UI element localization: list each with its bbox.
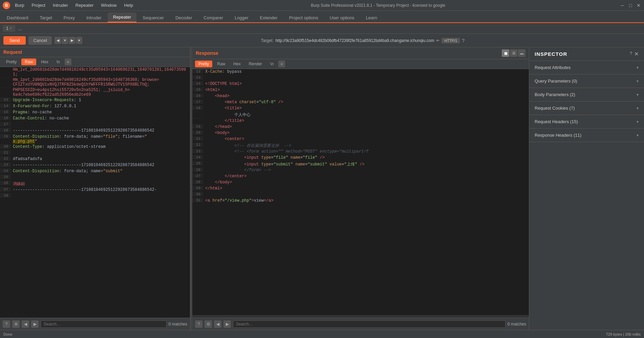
response-code-area[interactable]: 12 X-Cache: bypass 13 14 <!DOCTYPE html>… <box>192 69 529 315</box>
inspector-icons: ? ✕ <box>630 51 639 57</box>
close-button[interactable]: ✕ <box>636 3 641 8</box>
send-button[interactable]: Send <box>3 36 26 45</box>
tab-comparer[interactable]: Comparer <box>198 13 229 22</box>
response-help-button[interactable]: ? <box>195 320 202 328</box>
line-number: 17 <box>0 122 11 126</box>
inspector-section-header-request-cookies[interactable]: Request Cookies (7) ▾ <box>529 102 644 115</box>
inspector-section-header-response-headers[interactable]: Response Headers (11) ▾ <box>529 129 644 142</box>
request-tab-menu-icon[interactable]: ≡ <box>65 59 71 65</box>
line-number <box>192 112 203 112</box>
tab-learn[interactable]: Learn <box>361 13 383 22</box>
tab-close-icon[interactable]: × <box>10 26 12 30</box>
request-search-next-button[interactable]: ▶ <box>31 320 39 328</box>
line-number <box>0 67 11 67</box>
tab-proxy[interactable]: Proxy <box>58 13 80 22</box>
help-icon[interactable]: ? <box>462 38 465 43</box>
request-code-area[interactable]: Hm_lvt_2d0601bd28de7d49818249ct35d95943=… <box>0 67 190 318</box>
tab-repeater[interactable]: Repeater <box>108 13 136 22</box>
line-number: 20 <box>192 130 203 135</box>
line-number: 12 <box>192 69 203 73</box>
line-number: 14 <box>0 104 11 108</box>
code-line: 27 ----------------------------171081046… <box>0 187 190 193</box>
nav-forward-button[interactable]: ▶ <box>69 37 76 44</box>
code-line: 17 <box>0 122 190 128</box>
inspector-section-header-request-attributes[interactable]: Request Attributes ▾ <box>529 61 644 74</box>
protocol-badge[interactable]: HTTP/1 <box>442 38 460 43</box>
response-tab-newline[interactable]: \n <box>267 61 277 67</box>
app-title: Burp Suite Professional v2021.8.1 - Temp… <box>311 3 445 8</box>
line-content: 个人中心 <box>203 112 529 118</box>
menu-window[interactable]: Window <box>98 1 120 9</box>
menu-burp[interactable]: Burp <box>12 1 27 9</box>
line-number: 26 <box>192 167 203 172</box>
inspector-section-header-request-headers[interactable]: Request Headers (15) ▾ <box>529 115 644 128</box>
inspector-close-icon[interactable]: ✕ <box>634 51 639 57</box>
line-number: 29 <box>192 186 203 190</box>
line-number: 23 <box>192 149 203 153</box>
nav-tabs: Dashboard Target Proxy Intruder Repeater… <box>0 11 644 23</box>
code-line: 23 ----------------------------171081046… <box>0 162 190 168</box>
line-content: PHPSESSID=eu4ps12hsi55720v5n2na5251; __j… <box>11 87 190 97</box>
code-line: 14 <!DOCTYPE html> <box>192 81 529 87</box>
response-search-prev-button[interactable]: ◀ <box>214 320 221 328</box>
line-content: <input type="submit" name="submit" value… <box>203 161 529 167</box>
tab-decoder[interactable]: Decoder <box>170 13 197 22</box>
response-tab-hex[interactable]: Hex <box>230 61 244 67</box>
tab-sequencer[interactable]: Sequencer <box>137 13 169 22</box>
request-search-input[interactable] <box>41 320 167 328</box>
menu-intruder[interactable]: Intruder <box>49 1 71 9</box>
inspector-section-label: Body Parameters (2) <box>535 92 575 97</box>
window-controls: ─ □ ✕ <box>620 3 641 8</box>
menu-project[interactable]: Project <box>28 1 48 9</box>
menu-repeater[interactable]: Repeater <box>72 1 97 9</box>
nav-back-button[interactable]: ◀ <box>55 37 61 44</box>
view-split-icon[interactable]: ▦ <box>502 49 509 57</box>
repeater-tabbar: 1 × ... <box>0 23 644 34</box>
response-search-input[interactable] <box>233 320 506 328</box>
minimize-button[interactable]: ─ <box>620 3 625 8</box>
request-search-prev-button[interactable]: ◀ <box>22 320 29 328</box>
request-tab-newline[interactable]: \n <box>53 59 63 65</box>
edit-icon[interactable]: ✏ <box>436 38 439 43</box>
request-settings-button[interactable]: ⚙ <box>12 320 20 328</box>
request-tab-raw[interactable]: Raw <box>21 59 36 65</box>
view-horizontal-icon[interactable]: ☰ <box>510 49 517 57</box>
response-search-next-button[interactable]: ▶ <box>223 320 231 328</box>
repeater-tab-1[interactable]: 1 × <box>3 25 15 32</box>
tab-project-options[interactable]: Project options <box>284 13 324 22</box>
code-line: 24 Content-Disposition: form-data; name=… <box>0 168 190 175</box>
cancel-button[interactable]: Cancel <box>28 36 51 45</box>
line-number: 31 <box>192 198 203 202</box>
statusbar: Done 729 bytes | 206 millis <box>0 330 644 338</box>
line-number: 25 <box>0 175 11 179</box>
tab-target[interactable]: Target <box>35 13 58 22</box>
maximize-button[interactable]: □ <box>628 3 633 8</box>
tab-intruder[interactable]: Intruder <box>81 13 107 22</box>
line-number: 27 <box>0 187 11 191</box>
nav-dropdown-back[interactable]: ▾ <box>62 37 68 44</box>
inspector-section-header-body-parameters[interactable]: Body Parameters (2) ▾ <box>529 88 644 101</box>
request-tab-hex[interactable]: Hex <box>38 59 51 65</box>
inspector-section-header-query-parameters[interactable]: Query Parameters (0) ▾ <box>529 74 644 88</box>
tab-user-options[interactable]: User options <box>324 13 360 22</box>
tab-dashboard[interactable]: Dashboard <box>1 13 34 22</box>
repeater-tab-more[interactable]: ... <box>18 26 22 31</box>
response-tab-raw[interactable]: Raw <box>214 61 229 67</box>
tab-logger[interactable]: Logger <box>229 13 254 22</box>
tab-extender[interactable]: Extender <box>255 13 283 22</box>
statusbar-right: 729 bytes | 206 millis <box>606 332 641 336</box>
inspector-help-icon[interactable]: ? <box>630 51 632 57</box>
line-number: 21 <box>0 150 11 155</box>
response-tab-pretty[interactable]: Pretty <box>195 61 212 67</box>
response-tab-render[interactable]: Render <box>245 61 265 67</box>
line-content: ----------------------------171081046925… <box>11 162 190 168</box>
nav-dropdown-forward[interactable]: ▾ <box>76 37 82 44</box>
menu-help[interactable]: Help <box>121 1 136 9</box>
view-vertical-icon[interactable]: ▬ <box>518 49 525 57</box>
line-content <box>11 122 190 122</box>
request-help-button[interactable]: ? <box>3 320 10 328</box>
tab-label: 1 <box>6 26 8 31</box>
response-settings-button[interactable]: ⚙ <box>205 320 212 328</box>
request-tab-pretty[interactable]: Pretty <box>3 59 20 65</box>
response-tab-menu-icon[interactable]: ≡ <box>278 61 285 67</box>
